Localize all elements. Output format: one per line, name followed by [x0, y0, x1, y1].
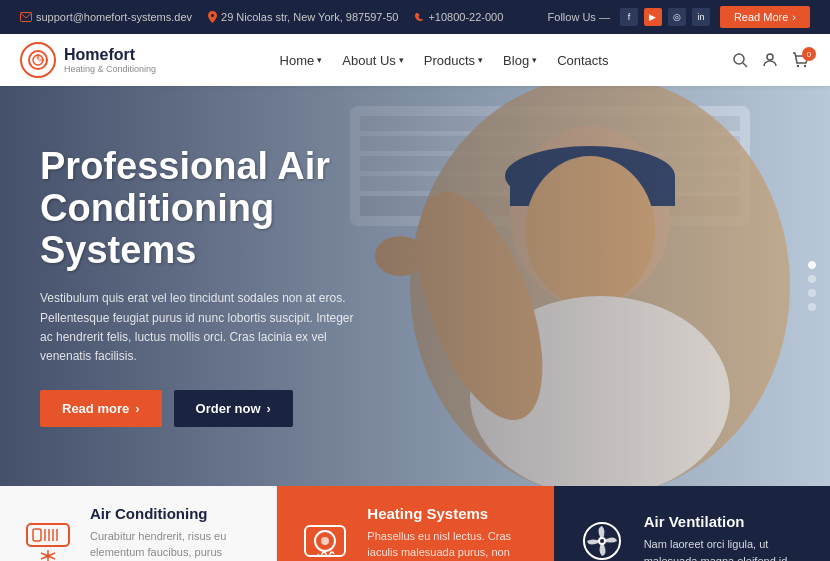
chevron-down-icon: ▾ [532, 55, 537, 65]
hero-section: Professional Air Conditioning Systems Ve… [0, 86, 830, 486]
arrow-right-icon: › [267, 401, 271, 416]
logo-icon [20, 42, 56, 78]
hero-description: Vestibulum quis erat vel leo tincidunt s… [40, 289, 360, 366]
hero-title: Professional Air Conditioning Systems [40, 146, 420, 271]
logo-text: Homefort Heating & Conditioning [64, 46, 156, 74]
email-contact: support@homefort-systems.dev [20, 11, 192, 23]
air-conditioning-icon-wrap [22, 515, 74, 561]
ventilation-content: Air Ventilation Nam laoreet orci ligula,… [644, 513, 808, 561]
homefort-logo-svg [27, 49, 49, 71]
air-conditioning-content: Air Conditioning Curabitur hendrerit, ri… [90, 505, 254, 561]
phone-contact: +10800-22-000 [414, 11, 503, 23]
ventilation-description: Nam laoreet orci ligula, ut malesuada ma… [644, 536, 808, 561]
social-icons: f ▶ ◎ in [620, 8, 710, 26]
read-more-button[interactable]: Read more › [40, 390, 162, 427]
top-bar-contacts: support@homefort-systems.dev 29 Nicolas … [20, 11, 503, 23]
nav-products[interactable]: Products ▾ [424, 53, 483, 68]
user-icon [762, 52, 778, 68]
nav-icons: 0 [732, 52, 810, 68]
location-icon [208, 11, 217, 23]
nav-blog[interactable]: Blog ▾ [503, 53, 537, 68]
nav-home[interactable]: Home ▾ [280, 53, 323, 68]
order-now-button[interactable]: Order now › [174, 390, 293, 427]
logo: Homefort Heating & Conditioning [20, 42, 156, 78]
logo-subtitle: Heating & Conditioning [64, 64, 156, 74]
dot-1[interactable] [808, 261, 816, 269]
nav-contacts[interactable]: Contacts [557, 53, 608, 68]
search-icon [732, 52, 748, 68]
svg-point-7 [804, 65, 806, 67]
chevron-down-icon: ▾ [317, 55, 322, 65]
dot-4[interactable] [808, 303, 816, 311]
hero-content: Professional Air Conditioning Systems Ve… [0, 86, 460, 457]
top-bar-right: Follow Us — f ▶ ◎ in Read More › [548, 6, 810, 28]
hero-pagination-dots [808, 261, 816, 311]
phone-icon [414, 12, 424, 22]
heating-content: Heating Systems Phasellus eu nisl lectus… [367, 505, 531, 561]
air-conditioning-card[interactable]: Air Conditioning Curabitur hendrerit, ri… [0, 486, 277, 561]
heating-icon-wrap [299, 515, 351, 561]
navbar: Homefort Heating & Conditioning Home ▾ A… [0, 34, 830, 86]
heating-title: Heating Systems [367, 505, 531, 522]
ventilation-icon-wrap [576, 515, 628, 561]
linkedin-icon[interactable]: in [692, 8, 710, 26]
facebook-icon[interactable]: f [620, 8, 638, 26]
svg-point-6 [797, 65, 799, 67]
chevron-down-icon: ▾ [478, 55, 483, 65]
service-cards: Air Conditioning Curabitur hendrerit, ri… [0, 486, 830, 561]
air-conditioning-title: Air Conditioning [90, 505, 254, 522]
top-bar: support@homefort-systems.dev 29 Nicolas … [0, 0, 830, 34]
svg-point-35 [321, 537, 329, 545]
svg-point-5 [767, 54, 773, 60]
youtube-icon[interactable]: ▶ [644, 8, 662, 26]
email-icon [20, 12, 32, 22]
air-conditioning-icon [23, 516, 73, 561]
follow-label: Follow Us — [548, 11, 610, 23]
top-read-more-button[interactable]: Read More › [720, 6, 810, 28]
arrow-right-icon: › [792, 11, 796, 23]
user-button[interactable] [762, 52, 778, 68]
hero-buttons: Read more › Order now › [40, 390, 420, 427]
search-button[interactable] [732, 52, 748, 68]
svg-line-4 [743, 63, 747, 67]
instagram-icon[interactable]: ◎ [668, 8, 686, 26]
heating-icon [300, 516, 350, 561]
svg-point-3 [734, 54, 744, 64]
cart-button[interactable]: 0 [792, 52, 810, 68]
svg-rect-24 [33, 529, 41, 541]
nav-links: Home ▾ About Us ▾ Products ▾ Blog ▾ Cont… [280, 53, 609, 68]
address-contact: 29 Nicolas str, New York, 987597-50 [208, 11, 398, 23]
logo-title: Homefort [64, 46, 156, 64]
arrow-right-icon: › [135, 401, 139, 416]
ventilation-title: Air Ventilation [644, 513, 808, 530]
ventilation-icon [577, 516, 627, 561]
air-ventilation-card[interactable]: Air Ventilation Nam laoreet orci ligula,… [554, 486, 830, 561]
cart-count-badge: 0 [802, 47, 816, 61]
heating-description: Phasellus eu nisl lectus. Cras iaculis m… [367, 528, 531, 561]
chevron-down-icon: ▾ [399, 55, 404, 65]
svg-point-32 [46, 554, 50, 558]
svg-point-38 [600, 539, 604, 543]
dot-3[interactable] [808, 289, 816, 297]
dot-2[interactable] [808, 275, 816, 283]
nav-about[interactable]: About Us ▾ [342, 53, 403, 68]
heating-systems-card[interactable]: Heating Systems Phasellus eu nisl lectus… [277, 486, 553, 561]
air-conditioning-description: Curabitur hendrerit, risus eu elementum … [90, 528, 254, 561]
